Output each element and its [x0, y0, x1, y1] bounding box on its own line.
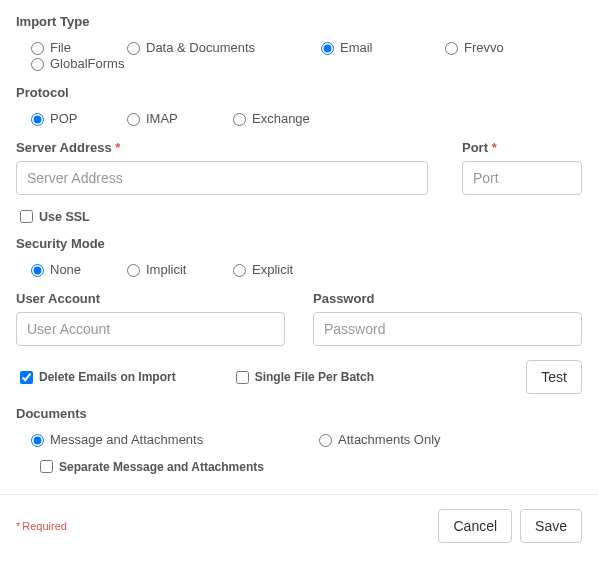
import-type-email-label: Email	[340, 40, 373, 55]
protocol-exchange-label: Exchange	[252, 111, 310, 126]
protocol-exchange[interactable]: Exchange	[228, 110, 310, 126]
protocol-exchange-radio[interactable]	[233, 113, 246, 126]
user-account-input[interactable]	[16, 312, 285, 346]
import-type-email[interactable]: Email	[316, 39, 416, 55]
required-note: *Required	[16, 520, 67, 532]
import-type-email-radio[interactable]	[321, 42, 334, 55]
server-address-label-text: Server Address	[16, 140, 112, 155]
import-type-file[interactable]: File	[26, 39, 98, 55]
security-mode-explicit-radio[interactable]	[233, 264, 246, 277]
password-label: Password	[313, 291, 582, 306]
protocol-imap-radio[interactable]	[127, 113, 140, 126]
separate-message-attachments[interactable]: Separate Message and Attachments	[36, 457, 582, 476]
single-file-checkbox[interactable]	[236, 371, 249, 384]
delete-emails-label: Delete Emails on Import	[39, 370, 176, 384]
import-type-group: File Data & Documents Email Frevvo Globa…	[16, 39, 582, 71]
documents-attachments-only-label: Attachments Only	[338, 432, 441, 447]
security-mode-group: None Implicit Explicit	[16, 261, 582, 277]
import-type-frevvo-label: Frevvo	[464, 40, 504, 55]
security-mode-implicit-radio[interactable]	[127, 264, 140, 277]
documents-group: Message and Attachments Attachments Only	[16, 431, 582, 447]
security-mode-implicit-label: Implicit	[146, 262, 186, 277]
security-mode-explicit-label: Explicit	[252, 262, 293, 277]
use-ssl[interactable]: Use SSL	[16, 207, 582, 226]
single-file-per-batch[interactable]: Single File Per Batch	[232, 368, 374, 387]
import-type-frevvo-radio[interactable]	[445, 42, 458, 55]
server-address-label: Server Address *	[16, 140, 428, 155]
required-star-icon: *	[16, 520, 20, 532]
import-type-file-label: File	[50, 40, 71, 55]
protocol-group: POP IMAP Exchange	[16, 110, 582, 126]
user-account-label: User Account	[16, 291, 285, 306]
security-mode-none-label: None	[50, 262, 81, 277]
import-type-label: Import Type	[16, 14, 582, 29]
import-type-globalforms[interactable]: GlobalForms	[26, 55, 124, 71]
protocol-pop-radio[interactable]	[31, 113, 44, 126]
security-mode-explicit[interactable]: Explicit	[228, 261, 293, 277]
protocol-imap[interactable]: IMAP	[122, 110, 204, 126]
cancel-button[interactable]: Cancel	[438, 509, 512, 543]
import-type-file-radio[interactable]	[31, 42, 44, 55]
required-star-icon: *	[115, 140, 120, 155]
security-mode-label: Security Mode	[16, 236, 582, 251]
import-type-globalforms-radio[interactable]	[31, 58, 44, 71]
port-label: Port *	[462, 140, 582, 155]
server-address-input[interactable]	[16, 161, 428, 195]
import-type-data-docs-radio[interactable]	[127, 42, 140, 55]
required-star-icon: *	[492, 140, 497, 155]
protocol-pop[interactable]: POP	[26, 110, 98, 126]
security-mode-none-radio[interactable]	[31, 264, 44, 277]
delete-emails[interactable]: Delete Emails on Import	[16, 368, 176, 387]
security-mode-implicit[interactable]: Implicit	[122, 261, 204, 277]
documents-message-attachments[interactable]: Message and Attachments	[26, 431, 290, 447]
save-button[interactable]: Save	[520, 509, 582, 543]
separate-message-checkbox[interactable]	[40, 460, 53, 473]
import-type-globalforms-label: GlobalForms	[50, 56, 124, 71]
delete-emails-checkbox[interactable]	[20, 371, 33, 384]
password-input[interactable]	[313, 312, 582, 346]
single-file-label: Single File Per Batch	[255, 370, 374, 384]
use-ssl-label: Use SSL	[39, 210, 90, 224]
security-mode-none[interactable]: None	[26, 261, 98, 277]
documents-label: Documents	[16, 406, 582, 421]
required-note-text: Required	[22, 520, 67, 532]
documents-attachments-only[interactable]: Attachments Only	[314, 431, 441, 447]
footer-separator	[0, 494, 598, 495]
documents-attachments-only-radio[interactable]	[319, 434, 332, 447]
import-type-data-docs-label: Data & Documents	[146, 40, 255, 55]
port-input[interactable]	[462, 161, 582, 195]
import-type-data-docs[interactable]: Data & Documents	[122, 39, 292, 55]
protocol-pop-label: POP	[50, 111, 77, 126]
documents-message-attachments-radio[interactable]	[31, 434, 44, 447]
protocol-label: Protocol	[16, 85, 582, 100]
documents-message-attachments-label: Message and Attachments	[50, 432, 203, 447]
test-button[interactable]: Test	[526, 360, 582, 394]
port-label-text: Port	[462, 140, 488, 155]
protocol-imap-label: IMAP	[146, 111, 178, 126]
separate-message-label: Separate Message and Attachments	[59, 460, 264, 474]
use-ssl-checkbox[interactable]	[20, 210, 33, 223]
import-type-frevvo[interactable]: Frevvo	[440, 39, 530, 55]
